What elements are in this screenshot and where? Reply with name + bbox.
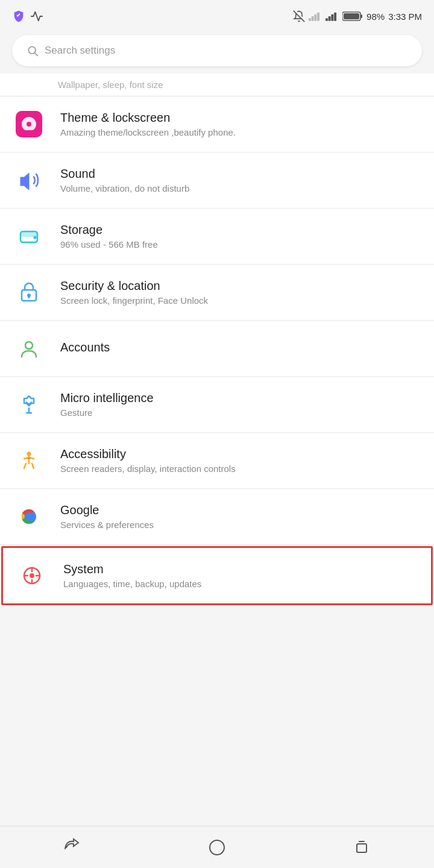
status-bar: 98% 3:33 PM — [0, 0, 434, 30]
accessibility-subtitle: Screen readers, display, interaction con… — [60, 464, 422, 474]
svg-rect-4 — [317, 13, 319, 21]
svg-point-30 — [210, 840, 224, 855]
sound-title: Sound — [60, 167, 422, 181]
security-title: Security & location — [60, 279, 422, 293]
svg-point-25 — [30, 573, 34, 578]
svg-line-0 — [294, 11, 304, 22]
accessibility-title: Accessibility — [60, 447, 422, 461]
storage-title: Storage — [60, 223, 422, 237]
svg-rect-8 — [334, 13, 336, 21]
svg-line-13 — [35, 53, 38, 56]
settings-item-system[interactable]: SystemLanguages, time, backup, updates — [1, 546, 433, 605]
google-title: Google — [60, 503, 422, 517]
svg-rect-10 — [360, 14, 362, 18]
micro-subtitle: Gesture — [60, 407, 422, 418]
search-placeholder: Search settings — [45, 45, 115, 57]
svg-rect-3 — [315, 14, 317, 21]
status-left — [12, 10, 43, 23]
svg-rect-1 — [309, 18, 311, 21]
theme-icon — [12, 107, 46, 141]
svg-rect-7 — [332, 14, 334, 21]
google-icon — [12, 500, 46, 533]
accounts-icon — [12, 332, 46, 365]
search-bar-container: Search settings — [0, 30, 434, 74]
signal-icon — [309, 11, 322, 22]
svg-rect-11 — [344, 13, 359, 19]
settings-list: Theme & lockscreenAmazing theme/lockscre… — [0, 96, 434, 605]
notification-off-icon — [293, 10, 305, 22]
back-button[interactable] — [45, 832, 100, 863]
svg-rect-31 — [357, 844, 366, 852]
signal-icon-2 — [326, 11, 339, 22]
sound-subtitle: Volume, vibration, do not disturb — [60, 183, 422, 193]
partial-item: Wallpaper, sleep, font size — [0, 74, 434, 96]
accessibility-icon — [12, 444, 46, 477]
activity-icon — [30, 10, 43, 23]
system-title: System — [63, 562, 419, 576]
status-right: 98% 3:33 PM — [293, 10, 422, 22]
svg-rect-2 — [312, 16, 314, 21]
clock: 3:33 PM — [388, 11, 422, 22]
settings-item-accessibility[interactable]: AccessibilityScreen readers, display, in… — [0, 433, 434, 489]
security-subtitle: Screen lock, fingerprint, Face Unlock — [60, 295, 422, 306]
battery-level: 98% — [366, 11, 385, 22]
svg-rect-6 — [329, 16, 331, 21]
recents-button[interactable] — [334, 832, 389, 863]
vpn-shield-icon — [12, 10, 25, 23]
storage-subtitle: 96% used - 566 MB free — [60, 239, 422, 250]
system-subtitle: Languages, time, backup, updates — [63, 579, 419, 589]
system-icon — [15, 559, 49, 593]
settings-item-storage[interactable]: Storage96% used - 566 MB free — [0, 209, 434, 265]
home-button[interactable] — [189, 832, 245, 863]
storage-icon — [12, 219, 46, 253]
settings-item-micro[interactable]: Micro intelligenceGesture — [0, 377, 434, 433]
svg-point-18 — [34, 236, 37, 239]
google-subtitle: Services & preferences — [60, 520, 422, 530]
settings-item-sound[interactable]: SoundVolume, vibration, do not disturb — [0, 153, 434, 209]
settings-item-security[interactable]: Security & locationScreen lock, fingerpr… — [0, 265, 434, 321]
search-bar[interactable]: Search settings — [12, 35, 422, 66]
security-icon — [12, 275, 46, 309]
settings-item-theme[interactable]: Theme & lockscreenAmazing theme/lockscre… — [0, 96, 434, 153]
svg-point-23 — [27, 452, 31, 456]
bottom-nav — [0, 826, 434, 868]
settings-item-accounts[interactable]: Accounts — [0, 321, 434, 377]
svg-rect-21 — [28, 295, 30, 298]
micro-title: Micro intelligence — [60, 391, 422, 405]
battery-icon — [342, 11, 363, 22]
svg-rect-5 — [326, 18, 328, 21]
theme-title: Theme & lockscreen — [60, 111, 422, 125]
micro-icon — [12, 388, 46, 421]
sound-icon — [12, 163, 46, 197]
theme-subtitle: Amazing theme/lockscreen ,beautify phone… — [60, 127, 422, 137]
svg-point-22 — [25, 342, 33, 349]
svg-point-15 — [27, 122, 31, 127]
search-icon — [27, 45, 39, 57]
settings-item-google[interactable]: GoogleServices & preferences — [0, 489, 434, 545]
accounts-title: Accounts — [60, 341, 422, 354]
